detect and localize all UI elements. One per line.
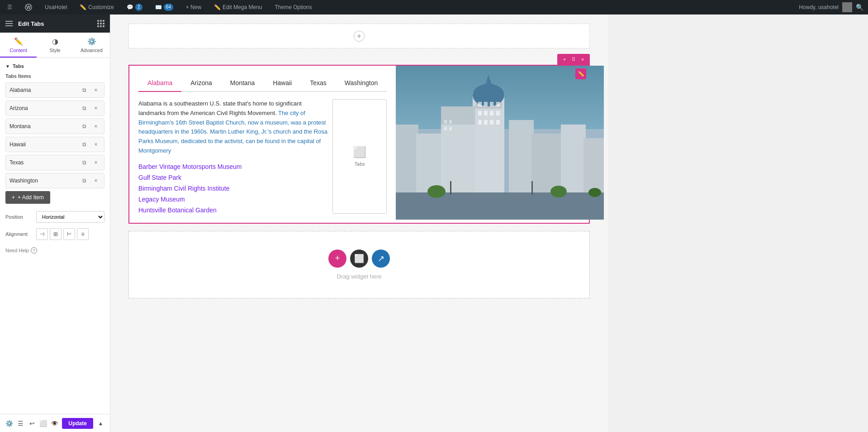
highlight-text: The city of Birmingham's 16th Street Bap… <box>138 110 327 154</box>
tabs-nav-item[interactable]: Texas <box>301 75 336 92</box>
delete-tab-btn[interactable]: × <box>91 86 100 95</box>
customize-bar[interactable]: ✏️ Customize <box>77 0 117 14</box>
tab-link[interactable]: Huntsville Botanical Garden <box>138 206 328 214</box>
tab-item-row: Alabama ⧉ × <box>5 82 104 98</box>
tabs-nav-item[interactable]: Arizona <box>181 75 221 92</box>
tabs-nav-item[interactable]: Alabama <box>138 75 181 92</box>
admin-bar-right: Howdy, usahotel 🔍 <box>799 2 863 12</box>
svg-rect-27 <box>496 111 500 115</box>
tab-link[interactable]: Gulf State Park <box>138 174 328 181</box>
svg-rect-21 <box>484 102 488 106</box>
section-label-tabs: ▼ Tabs <box>5 63 104 69</box>
tab-item-row: Washington ⧉ × <box>5 173 104 188</box>
need-help[interactable]: Need Help ? <box>5 247 104 254</box>
svg-rect-33 <box>449 120 452 124</box>
svg-rect-23 <box>496 102 500 106</box>
update-button[interactable]: Update <box>62 418 93 429</box>
section-chevron: ▼ <box>5 64 10 69</box>
edit-pencil-btn[interactable]: ✏️ <box>575 68 586 79</box>
site-title-bar[interactable]: UsaHotel <box>42 0 70 14</box>
tab-style[interactable]: ◑ Style <box>37 33 73 58</box>
sidebar-hamburger[interactable] <box>5 21 13 26</box>
history-bottom-btn[interactable]: ↩ <box>28 418 36 429</box>
tab-item-label: Arizona <box>9 105 77 111</box>
comment-icon: 💬 <box>127 4 133 10</box>
svg-text:W: W <box>26 5 31 10</box>
align-right-btn[interactable]: ⊢ <box>63 228 75 240</box>
chevron-up-btn[interactable]: ▲ <box>97 418 104 429</box>
delete-tab-btn[interactable]: × <box>91 104 100 113</box>
tab-description: Alabama is a southeastern U.S. state tha… <box>138 99 328 156</box>
tab-content-area: Alabama is a southeastern U.S. state tha… <box>138 99 387 214</box>
svg-rect-32 <box>444 120 447 124</box>
messages-badge: 64 <box>164 4 173 11</box>
style-tab-icon: ◑ <box>52 37 58 46</box>
empty-top-section: + <box>128 24 590 48</box>
copy-tab-btn[interactable]: ⧉ <box>80 176 89 185</box>
copy-tab-btn[interactable]: ⧉ <box>80 104 89 113</box>
edit-mega-menu-bar[interactable]: ✏️ Edit Mega Menu <box>211 0 265 14</box>
help-circle-icon: ? <box>31 247 37 254</box>
tab-link[interactable]: Barber Vintage Motorsports Museum <box>138 163 328 170</box>
tabs-nav-item[interactable]: Montana <box>221 75 264 92</box>
tab-item-row: Hawaii ⧉ × <box>5 137 104 152</box>
delete-tab-btn[interactable]: × <box>91 158 100 167</box>
admin-bar: ☰ W UsaHotel ✏️ Customize 💬 2 ✉️ 64 + Ne… <box>0 0 868 14</box>
drag-widget-area: + ⬜ ↗ Drag widget here <box>128 231 590 298</box>
settings-bottom-btn[interactable]: ⚙️ <box>5 418 13 429</box>
share-btn[interactable]: ↗ <box>372 250 390 268</box>
tab-link[interactable]: Birmingham Civil Rights Institute <box>138 185 328 192</box>
copy-tab-btn[interactable]: ⧉ <box>80 158 89 167</box>
search-icon[interactable]: 🔍 <box>856 4 863 11</box>
align-justify-btn[interactable]: ≡ <box>77 228 89 240</box>
theme-options-bar[interactable]: Theme Options <box>272 0 314 14</box>
plus-icon: + <box>12 194 15 201</box>
top-add-button[interactable]: + <box>354 31 365 42</box>
tabs-items-list: Alabama ⧉ × Arizona ⧉ × Montana ⧉ × Hawa… <box>5 82 104 188</box>
tab-item-row: Texas ⧉ × <box>5 155 104 170</box>
position-select[interactable]: Horizontal <box>36 211 104 223</box>
sidebar-content: ▼ Tabs Tabs Items Alabama ⧉ × Arizona ⧉ … <box>0 58 110 414</box>
preview-bottom-btn[interactable]: 👁️ <box>51 418 58 429</box>
tab-item-label: Alabama <box>9 87 77 93</box>
messages-bar[interactable]: ✉️ 64 <box>152 0 176 14</box>
control-strip-bar: + ⠿ × <box>557 54 590 65</box>
hamburger-menu[interactable]: ☰ <box>5 0 15 14</box>
howdy-text: Howdy, usahotel <box>799 4 839 10</box>
widget-add-btn[interactable]: + <box>560 55 569 64</box>
copy-tab-btn[interactable]: ⧉ <box>80 86 89 95</box>
tabs-nav-item[interactable]: Washington <box>336 75 387 92</box>
drag-widget-label: Drag widget here <box>337 273 382 280</box>
apps-icon[interactable] <box>97 20 104 27</box>
tabs-nav-item[interactable]: Hawaii <box>264 75 301 92</box>
svg-rect-31 <box>496 120 500 125</box>
content-tab-label: Content <box>9 48 27 53</box>
tab-content[interactable]: ✏️ Content <box>0 33 37 58</box>
svg-rect-34 <box>444 127 447 130</box>
svg-point-36 <box>427 185 446 198</box>
tab-link[interactable]: Legacy Museum <box>138 196 328 203</box>
delete-tab-btn[interactable]: × <box>91 176 100 185</box>
tab-item-label: Hawaii <box>9 141 77 148</box>
align-center-btn[interactable]: ⊞ <box>50 228 62 240</box>
svg-point-38 <box>588 188 601 197</box>
new-item-bar[interactable]: + New <box>183 0 204 14</box>
comments-bar[interactable]: 💬 2 <box>124 0 145 14</box>
delete-tab-btn[interactable]: × <box>91 122 100 131</box>
align-left-btn[interactable]: ⊣ <box>36 228 48 240</box>
copy-tab-btn[interactable]: ⧉ <box>80 122 89 131</box>
widget-close-btn[interactable]: × <box>578 55 587 64</box>
copy-tab-btn[interactable]: ⧉ <box>80 140 89 149</box>
delete-tab-btn[interactable]: × <box>91 140 100 149</box>
wp-icon[interactable]: W <box>22 0 35 14</box>
svg-rect-35 <box>449 127 452 130</box>
templates-bottom-btn[interactable]: ⬜ <box>39 418 47 429</box>
tab-advanced[interactable]: ⚙️ Advanced <box>73 33 110 58</box>
add-item-button[interactable]: + + Add Item <box>5 191 50 204</box>
sidebar-bottom: ⚙️ ☰ ↩ ⬜ 👁️ Update ▲ <box>0 414 110 432</box>
folder-btn[interactable]: ⬜ <box>350 250 368 268</box>
add-widget-btn[interactable]: + <box>328 250 346 268</box>
tab-widget: ✏️ AlabamaArizonaMontanaHawaiiTexasWashi… <box>128 65 590 224</box>
widget-move-btn[interactable]: ⠿ <box>569 55 578 64</box>
layers-bottom-btn[interactable]: ☰ <box>17 418 24 429</box>
